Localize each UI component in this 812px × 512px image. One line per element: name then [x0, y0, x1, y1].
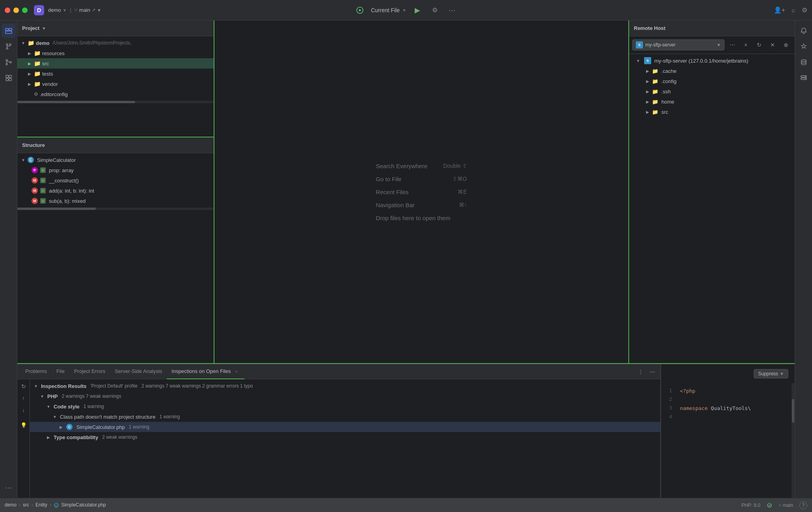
- tree-label-tests: tests: [42, 71, 53, 77]
- struct-item-sub[interactable]: M ⊞ sub(a, b): mixed: [17, 196, 214, 206]
- tab-project-errors[interactable]: Project Errors: [69, 364, 110, 379]
- php-version-label[interactable]: PHP: 8.0: [741, 503, 760, 508]
- tab-problems[interactable]: Problems: [20, 364, 52, 379]
- goto-file-label: Go to File: [376, 176, 401, 182]
- folder-icon-demo: 📁: [28, 40, 34, 46]
- close-button[interactable]: [5, 7, 10, 13]
- problems-panel: Problems File Project Errors Server-Side…: [17, 364, 661, 498]
- remote-disconnect-button[interactable]: ✕: [767, 39, 778, 50]
- run-button[interactable]: ▶: [411, 4, 424, 17]
- inspection-type-compat-label: Type compatibility: [54, 434, 98, 440]
- code-line-4: 4: [661, 412, 795, 421]
- remote-more-button[interactable]: ⋯: [727, 39, 738, 50]
- remote-item-cache[interactable]: ▶ 📁 .cache: [629, 66, 795, 76]
- maximize-button[interactable]: [22, 7, 28, 13]
- remote-item-home[interactable]: ▶ 📁 home: [629, 96, 795, 107]
- breadcrumb-src[interactable]: src: [23, 502, 29, 508]
- tree-item-editorconfig[interactable]: ⚙ .editorconfig: [17, 89, 214, 99]
- tree-item-resources[interactable]: ▶ 📁 resources: [17, 48, 214, 58]
- tree-item-tests[interactable]: ▶ 📁 tests: [17, 69, 214, 79]
- folder-icon-remote-src: 📁: [652, 109, 658, 115]
- remote-refresh-button[interactable]: ↻: [754, 39, 765, 50]
- breadcrumb-file[interactable]: C SimpleCalculator.php: [54, 502, 106, 508]
- branch-selector[interactable]: ⑂ main ↗ ▼: [74, 7, 101, 13]
- inspection-body: ↻ ↑ ↓ 💡 ▼ Inspection Results 'Project De…: [17, 379, 660, 498]
- line-num-2: 2: [661, 397, 677, 402]
- sidebar-item-plugins[interactable]: [2, 71, 16, 85]
- lightbulb-button[interactable]: 💡: [18, 419, 29, 430]
- server-selector[interactable]: S my-sftp-server ▼: [632, 39, 724, 50]
- sidebar-item-branches[interactable]: [2, 55, 16, 69]
- inspection-class-path-count: 1 warning: [159, 414, 180, 419]
- inspection-code-style-node[interactable]: ▼ Code style 1 warning: [30, 401, 660, 412]
- nav-bar-shortcut: ⌘↑: [459, 202, 467, 208]
- tree-item-src[interactable]: ▶ 📁 src: [17, 58, 214, 69]
- structure-scrollbar[interactable]: [17, 208, 214, 210]
- sidebar-item-project[interactable]: [2, 24, 16, 38]
- main-layout: ⋯ Project ▼ ▼ 📁 demo: [0, 20, 812, 498]
- line-num-3: 3: [661, 405, 677, 411]
- tree-path-demo: /Users/John.Smith/PhpstormProjects,: [53, 40, 131, 46]
- right-sidebar-ai[interactable]: [797, 39, 811, 54]
- refresh-inspections-button[interactable]: ↻: [18, 381, 29, 392]
- code-preview-scrollbar[interactable]: [792, 383, 795, 498]
- right-sidebar-server[interactable]: [797, 71, 811, 85]
- current-file-label: Current File: [371, 7, 400, 13]
- add-user-button[interactable]: 👤+: [774, 6, 785, 14]
- tab-bar-more-button[interactable]: ⋮: [636, 367, 645, 377]
- tree-item-demo[interactable]: ▼ 📁 demo /Users/John.Smith/PhpstormProje…: [17, 38, 214, 48]
- remote-label-home: home: [661, 99, 674, 105]
- remote-item-src[interactable]: ▶ 📁 src: [629, 107, 795, 117]
- suppress-button[interactable]: Suppress ▼: [754, 369, 788, 378]
- tab-inspections-close[interactable]: ×: [233, 368, 240, 375]
- server-selector-chevron: ▼: [717, 43, 721, 47]
- tab-inspections[interactable]: Inspections on Open Files ×: [167, 364, 244, 379]
- svg-rect-11: [9, 75, 11, 78]
- project-scrollbar[interactable]: [17, 101, 214, 103]
- help-button[interactable]: ?: [799, 501, 807, 509]
- struct-item-construct[interactable]: M ⊞ __construct(): [17, 175, 214, 186]
- inspection-type-compat-node[interactable]: ▶ Type compatibility 2 weak warnings: [30, 432, 660, 442]
- settings-button[interactable]: ⚙: [802, 6, 807, 14]
- chevron-cache: ▶: [645, 68, 650, 74]
- expand-up-button[interactable]: ↑: [18, 393, 29, 404]
- branch-status[interactable]: ⑂ main: [778, 503, 793, 508]
- remote-locate-button[interactable]: ⊕: [780, 39, 792, 50]
- line-num-1: 1: [661, 388, 677, 393]
- svg-text:C: C: [56, 504, 58, 507]
- tab-server-side[interactable]: Server-Side Analysis: [110, 364, 167, 379]
- inspection-simplecalculator-row[interactable]: ▶ C SimpleCalculator.php 1 warning: [30, 422, 660, 432]
- sidebar-item-vcs[interactable]: [2, 39, 16, 54]
- right-sidebar-notifications[interactable]: [797, 24, 811, 38]
- more-run-options[interactable]: ⋯: [446, 4, 458, 17]
- status-branch-name: main: [783, 503, 793, 508]
- placeholder-nav: Navigation Bar ⌘↑: [376, 198, 467, 211]
- struct-item-prop[interactable]: P ⊞ prop: array: [17, 165, 214, 175]
- inspection-class-path-node[interactable]: ▼ Class path doesn't match project struc…: [30, 412, 660, 422]
- run-config-icon[interactable]: [354, 4, 366, 17]
- inspection-results-root[interactable]: ▼ Inspection Results 'Project Default' p…: [30, 381, 660, 391]
- remote-item-ssh[interactable]: ▶ 📁 .ssh: [629, 86, 795, 96]
- debug-button[interactable]: ⚙: [428, 4, 441, 17]
- project-selector[interactable]: D demo ▼: [34, 5, 67, 15]
- inspect-widget[interactable]: [767, 503, 772, 508]
- breadcrumb-demo[interactable]: demo: [5, 502, 17, 508]
- struct-item-simplecalculator[interactable]: ▼ C SimpleCalculator: [17, 155, 214, 165]
- remote-hide-button[interactable]: ×: [740, 39, 751, 50]
- sidebar-more-tools[interactable]: ⋯: [2, 480, 16, 495]
- tree-item-vendor[interactable]: ▶ 📁 vendor: [17, 79, 214, 89]
- current-file-selector[interactable]: Current File ▼: [371, 7, 406, 13]
- tab-file[interactable]: File: [52, 364, 69, 379]
- breadcrumb-entity[interactable]: Entity: [35, 502, 47, 508]
- inspection-php-node[interactable]: ▼ PHP 2 warnings 7 weak warnings: [30, 391, 660, 401]
- project-panel-chevron[interactable]: ▼: [42, 26, 46, 31]
- tab-bar-minimize-button[interactable]: —: [648, 367, 657, 377]
- expand-down-button[interactable]: ↓: [18, 404, 29, 416]
- remote-item-config[interactable]: ▶ 📁 .config: [629, 76, 795, 86]
- struct-item-add[interactable]: M ⊞ add(a: int, b: int): int: [17, 186, 214, 196]
- remote-item-server[interactable]: ▼ S my-sftp-server (127.0.0.1/home/jetbr…: [629, 56, 795, 66]
- minimize-button[interactable]: [13, 7, 19, 13]
- sftp-server-icon: S: [644, 57, 651, 64]
- global-search-button[interactable]: ⌕: [792, 7, 795, 14]
- right-sidebar-database[interactable]: [797, 55, 811, 69]
